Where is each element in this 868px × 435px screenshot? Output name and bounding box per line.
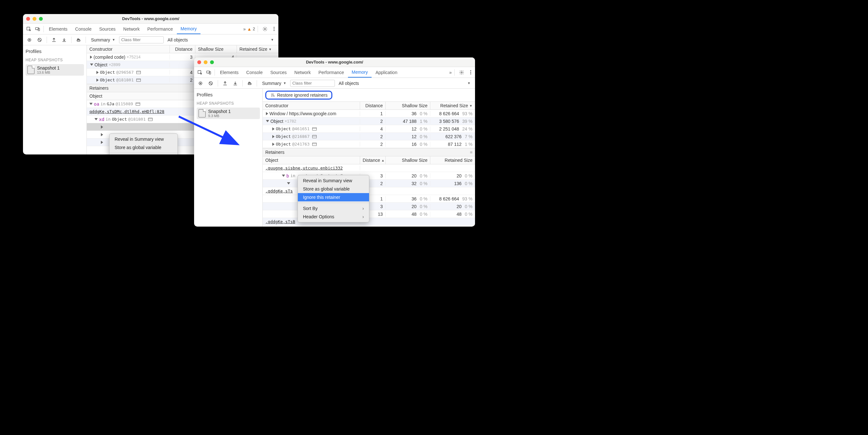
chevron-down-icon[interactable] bbox=[266, 120, 269, 122]
chevron-right-icon[interactable] bbox=[96, 79, 99, 82]
table-row[interactable]: Object @241763 2 160 % 87 1121 % bbox=[263, 141, 475, 148]
header-shallow[interactable]: Shallow Size bbox=[385, 156, 430, 164]
menu-reveal-summary[interactable]: Reveal in Summary view bbox=[298, 177, 369, 185]
table-row[interactable]: Object @461651 4 120 % 2 251 04824 % bbox=[263, 125, 475, 133]
header-retained[interactable]: Retained Size bbox=[430, 156, 475, 164]
record-icon[interactable] bbox=[25, 35, 34, 44]
restore-bar: Restore ignored retainers bbox=[263, 89, 475, 102]
download-icon[interactable] bbox=[231, 79, 240, 88]
class-filter-input[interactable] bbox=[119, 36, 164, 43]
view-select-summary[interactable]: Summary ▼ bbox=[88, 37, 118, 42]
header-retained[interactable]: Retained Size ▼ bbox=[430, 102, 475, 110]
window-icon bbox=[136, 71, 141, 74]
tab-application[interactable]: Application bbox=[372, 67, 401, 77]
constructor-table-header: Constructor Distance Shallow Size Retain… bbox=[263, 102, 475, 110]
menu-reveal-summary[interactable]: Reveal in Summary view bbox=[110, 135, 178, 143]
class-filter-input[interactable] bbox=[290, 80, 335, 87]
tab-elements[interactable]: Elements bbox=[216, 67, 242, 77]
inspect-icon[interactable] bbox=[195, 68, 204, 77]
table-row[interactable]: ,quugne,sisbne,utcunu,enbici332 bbox=[263, 164, 475, 172]
tab-sources[interactable]: Sources bbox=[95, 24, 119, 34]
tab-memory[interactable]: Memory bbox=[177, 24, 201, 34]
header-constructor[interactable]: Constructor bbox=[87, 45, 170, 53]
restore-ignored-retainers-button[interactable]: Restore ignored retainers bbox=[265, 91, 332, 100]
chevron-right-icon[interactable] bbox=[96, 71, 99, 74]
record-icon[interactable] bbox=[196, 79, 205, 88]
clear-icon[interactable] bbox=[206, 79, 215, 88]
more-tabs-icon[interactable]: » bbox=[449, 70, 452, 75]
header-shallow[interactable]: Shallow Size bbox=[195, 45, 237, 53]
snapshot-item[interactable]: Snapshot 1 13.6 MB bbox=[26, 64, 84, 75]
device-toggle-icon[interactable] bbox=[204, 68, 213, 77]
chevron-down-icon[interactable] bbox=[282, 175, 285, 177]
minimize-icon[interactable] bbox=[33, 17, 36, 21]
chevron-right-icon[interactable] bbox=[272, 127, 275, 130]
menu-separator bbox=[298, 203, 369, 203]
kebab-icon[interactable] bbox=[467, 70, 474, 74]
chevron-right-icon[interactable] bbox=[90, 56, 92, 59]
clear-icon[interactable] bbox=[35, 35, 44, 44]
window-icon bbox=[136, 79, 141, 82]
close-icon[interactable] bbox=[26, 17, 30, 21]
titlebar[interactable]: DevTools - www.google.com/ bbox=[194, 57, 475, 67]
chevron-down-icon[interactable] bbox=[90, 63, 93, 66]
menu-store-global[interactable]: Store as global variable bbox=[298, 185, 369, 193]
restore-label: Restore ignored retainers bbox=[277, 93, 328, 98]
upload-icon[interactable] bbox=[50, 35, 58, 44]
gc-icon[interactable] bbox=[245, 79, 254, 88]
chevron-right-icon[interactable] bbox=[266, 112, 268, 115]
header-distance[interactable]: Distance bbox=[170, 45, 195, 53]
chevron-right-icon[interactable] bbox=[101, 141, 103, 144]
zoom-icon[interactable] bbox=[210, 60, 214, 64]
kebab-icon[interactable] bbox=[271, 27, 277, 31]
tab-performance[interactable]: Performance bbox=[314, 67, 348, 77]
header-object[interactable]: Object bbox=[263, 156, 360, 164]
menu-ignore-retainer[interactable]: Ignore this retainer bbox=[298, 193, 369, 201]
view-select-summary[interactable]: Summary ▼ bbox=[259, 81, 289, 86]
chevron-down-icon[interactable] bbox=[94, 118, 98, 120]
table-row[interactable]: Object @216867 2 120 % 622 3767 % bbox=[263, 133, 475, 141]
header-constructor[interactable]: Constructor bbox=[263, 102, 360, 110]
chevron-right-icon[interactable] bbox=[272, 143, 275, 146]
zoom-icon[interactable] bbox=[39, 17, 43, 21]
menu-sort-by[interactable]: Sort By › bbox=[298, 204, 369, 213]
tab-elements[interactable]: Elements bbox=[45, 24, 71, 34]
tab-network[interactable]: Network bbox=[290, 67, 314, 77]
object-filter-select[interactable]: All objects ▼ bbox=[336, 81, 473, 86]
gear-icon[interactable] bbox=[260, 25, 270, 33]
chevron-down-icon[interactable] bbox=[287, 182, 290, 184]
tab-memory[interactable]: Memory bbox=[348, 67, 372, 77]
close-icon[interactable] bbox=[197, 60, 201, 64]
header-distance[interactable]: Distance bbox=[360, 102, 385, 110]
device-toggle-icon[interactable] bbox=[33, 25, 42, 33]
collapse-icon[interactable]: ≡ bbox=[470, 150, 472, 155]
header-shallow[interactable]: Shallow Size bbox=[385, 102, 430, 110]
menu-header-options[interactable]: Header Options › bbox=[298, 213, 369, 221]
snapshot-item[interactable]: Snapshot 1 9.3 MB bbox=[197, 107, 260, 119]
chevron-right-icon[interactable] bbox=[272, 135, 275, 138]
chevron-right-icon[interactable] bbox=[101, 133, 103, 136]
upload-icon[interactable] bbox=[221, 79, 229, 88]
download-icon[interactable] bbox=[60, 35, 69, 44]
warning-icon[interactable]: ▲ bbox=[247, 27, 252, 32]
sidebar-profiles-title: Profiles bbox=[197, 92, 260, 97]
header-distance[interactable]: Distance▲ bbox=[360, 156, 385, 164]
tab-console[interactable]: Console bbox=[71, 24, 95, 34]
chevron-right-icon[interactable] bbox=[101, 125, 103, 129]
table-row[interactable]: Window / https://www.google.com 1 360 % … bbox=[263, 110, 475, 118]
titlebar[interactable]: DevTools - www.google.com/ bbox=[23, 14, 278, 24]
table-row[interactable]: Object ×1782 2 47 1881 % 3 580 57639 % bbox=[263, 118, 475, 125]
inspect-icon[interactable] bbox=[24, 25, 33, 33]
tab-performance[interactable]: Performance bbox=[143, 24, 177, 34]
chevron-down-icon[interactable] bbox=[89, 103, 93, 105]
more-tabs-icon[interactable]: » bbox=[243, 27, 246, 32]
header-retained[interactable]: Retained Size ▼ bbox=[237, 45, 278, 53]
gc-icon[interactable] bbox=[74, 35, 83, 44]
tab-sources[interactable]: Sources bbox=[267, 67, 290, 77]
tab-console[interactable]: Console bbox=[242, 67, 266, 77]
minimize-icon[interactable] bbox=[204, 60, 208, 64]
gear-icon[interactable] bbox=[457, 68, 466, 77]
menu-store-global[interactable]: Store as global variable bbox=[110, 143, 178, 152]
object-filter-select[interactable]: All objects ▼ bbox=[165, 37, 276, 42]
tab-network[interactable]: Network bbox=[119, 24, 143, 34]
